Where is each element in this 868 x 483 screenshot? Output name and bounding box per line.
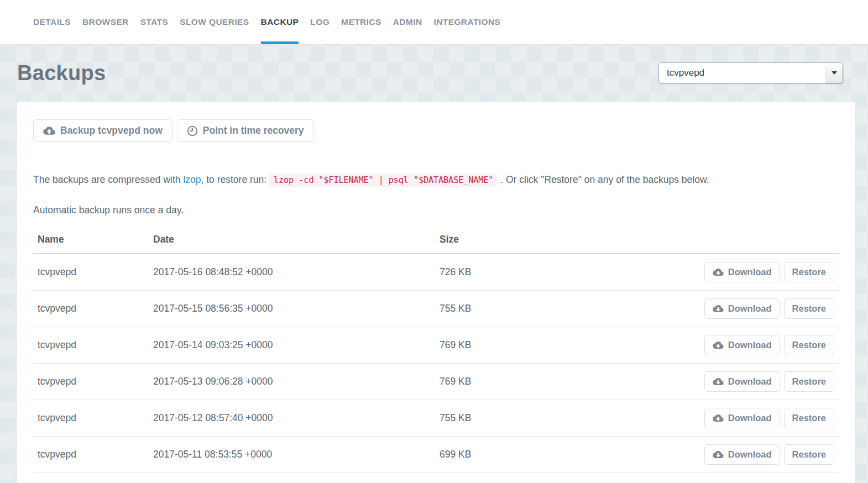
backup-date: 2017-05-11 08:53:55 +0000 — [149, 436, 435, 473]
col-header-size: Size — [435, 225, 679, 254]
backup-size: 769 KB — [435, 363, 679, 400]
table-row: tcvpvepd 2017-05-16 08:48:52 +0000 726 K… — [33, 254, 839, 290]
backup-size: 769 KB — [435, 327, 679, 363]
panel-actions: Backup tcvpvepd now Point in time recove… — [33, 119, 839, 142]
restore-label: Restore — [792, 303, 826, 314]
restore-button[interactable]: Restore — [784, 408, 834, 428]
restore-label: Restore — [792, 449, 826, 460]
database-select[interactable]: tcvpvepd — [658, 62, 843, 83]
col-header-date: Date — [149, 225, 435, 254]
cloud-download-icon — [713, 267, 724, 277]
download-label: Download — [728, 267, 772, 277]
tab-log[interactable]: LOG — [310, 0, 330, 44]
download-button[interactable]: Download — [704, 371, 780, 392]
backup-date: 2017-05-15 08:56:35 +0000 — [149, 290, 435, 327]
download-label: Download — [728, 376, 772, 387]
tab-integrations[interactable]: INTEGRATIONS — [433, 0, 500, 44]
backup-date: 2017-05-14 09:03:25 +0000 — [149, 327, 435, 363]
cloud-download-icon — [713, 340, 724, 350]
auto-backup-note: Automatic backup runs once a day. — [33, 203, 839, 217]
download-button[interactable]: Download — [704, 408, 780, 428]
tab-browser[interactable]: BROWSER — [82, 0, 129, 44]
backup-date: 2017-05-12 08:57:40 +0000 — [149, 400, 435, 436]
page-title: Backups — [17, 61, 106, 85]
restore-label: Restore — [792, 267, 826, 277]
tab-slow-queries[interactable]: SLOW QUERIES — [180, 0, 249, 44]
download-label: Download — [728, 303, 772, 314]
download-button[interactable]: Download — [704, 262, 780, 282]
table-row: tcvpvepd 2017-05-13 09:06:28 +0000 769 K… — [33, 363, 839, 400]
lzop-link[interactable]: lzop — [183, 174, 201, 185]
download-button[interactable]: Download — [704, 298, 780, 319]
backup-name: tcvpvepd — [33, 254, 149, 290]
backup-name: tcvpvepd — [33, 436, 149, 473]
download-label: Download — [728, 413, 772, 423]
download-label: Download — [728, 449, 772, 460]
cloud-upload-icon — [43, 125, 55, 136]
col-header-actions — [679, 225, 839, 254]
select-arrow-zone — [825, 63, 843, 83]
restore-button[interactable]: Restore — [784, 335, 834, 355]
cloud-download-icon — [713, 304, 724, 313]
table-row: tcvpvepd 2017-05-15 08:56:35 +0000 755 K… — [33, 290, 839, 327]
point-in-time-recovery-button[interactable]: Point in time recovery — [177, 119, 314, 142]
database-select-value: tcvpvepd — [667, 67, 704, 78]
download-button[interactable]: Download — [704, 444, 780, 465]
table-row: tcvpvepd 2017-05-14 09:03:25 +0000 769 K… — [33, 327, 839, 363]
backup-size: 726 KB — [435, 254, 679, 290]
download-button[interactable]: Download — [704, 335, 780, 355]
top-nav: DETAILS BROWSER STATS SLOW QUERIES BACKU… — [0, 0, 868, 45]
backup-date: 2017-05-13 09:06:28 +0000 — [149, 363, 435, 400]
col-header-name: Name — [33, 225, 149, 254]
restore-button[interactable]: Restore — [784, 444, 834, 465]
restore-button[interactable]: Restore — [784, 371, 834, 392]
restore-label: Restore — [792, 376, 826, 387]
download-label: Download — [728, 340, 772, 350]
restore-button[interactable]: Restore — [784, 298, 834, 319]
restore-button[interactable]: Restore — [784, 262, 834, 282]
cloud-download-icon — [713, 377, 724, 386]
table-row: tcvpvepd 2017-05-12 08:57:40 +0000 755 K… — [33, 400, 839, 436]
restore-label: Restore — [792, 413, 826, 423]
backups-panel: Backup tcvpvepd now Point in time recove… — [17, 101, 856, 483]
tab-stats[interactable]: STATS — [140, 0, 169, 44]
backup-name: tcvpvepd — [33, 363, 149, 400]
table-row: tcvpvepd 2017-05-11 08:53:55 +0000 699 K… — [33, 436, 839, 473]
tab-details[interactable]: DETAILS — [33, 0, 71, 44]
chevron-down-icon — [832, 71, 837, 75]
tab-metrics[interactable]: METRICS — [341, 0, 381, 44]
info-after-link: , to restore run: — [201, 174, 270, 185]
info-before-link: The backups are compressed with — [33, 174, 183, 185]
restore-command-code: lzop -cd "$FILENAME" | psql "$DATABASE_N… — [269, 174, 498, 187]
page-header: Backups tcvpvepd — [0, 45, 868, 101]
table-header-row: Name Date Size — [33, 225, 839, 254]
tab-admin[interactable]: ADMIN — [393, 0, 422, 44]
cloud-download-icon — [713, 413, 724, 423]
pitr-label: Point in time recovery — [203, 125, 304, 136]
tab-backup[interactable]: BACKUP — [261, 0, 299, 44]
backup-now-button[interactable]: Backup tcvpvepd now — [33, 119, 172, 142]
backup-name: tcvpvepd — [33, 290, 149, 327]
backup-now-label: Backup tcvpvepd now — [60, 125, 163, 136]
backup-size: 699 KB — [435, 436, 679, 473]
backup-size: 755 KB — [435, 290, 679, 327]
backup-name: tcvpvepd — [33, 400, 149, 436]
backup-size: 755 KB — [435, 400, 679, 436]
info-after-code: . Or click "Restore" on any of the backu… — [498, 174, 709, 185]
backup-name: tcvpvepd — [33, 327, 149, 363]
backup-date: 2017-05-16 08:48:52 +0000 — [149, 254, 435, 290]
cloud-download-icon — [713, 450, 724, 459]
restore-label: Restore — [792, 340, 826, 350]
clock-icon — [187, 125, 198, 136]
backup-info-text: The backups are compressed with lzop, to… — [33, 173, 839, 187]
backups-table: Name Date Size tcvpvepd 2017-05-16 08:48… — [33, 225, 839, 473]
